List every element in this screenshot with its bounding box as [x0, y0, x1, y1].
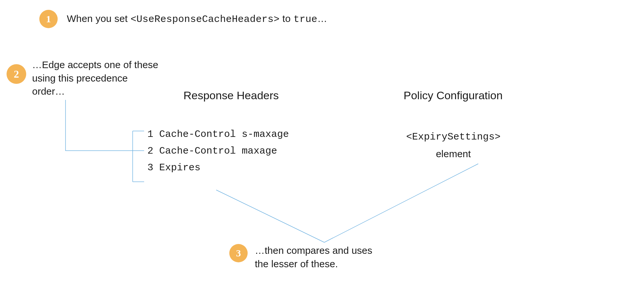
- step-2: 2 …Edge accepts one of these using this …: [7, 58, 163, 98]
- step-3-text: …then compares and uses the lesser of th…: [255, 244, 386, 271]
- header-item-3-num: 3: [147, 162, 153, 173]
- header-item-1-num: 1: [147, 129, 153, 140]
- step-2-number: 2: [14, 68, 19, 80]
- step-2-badge: 2: [7, 64, 26, 84]
- header-item-3-label: Expires: [159, 162, 200, 173]
- response-headers-title: Response Headers: [183, 89, 279, 102]
- connector-lines: [0, 0, 644, 281]
- policy-expiry-block: <ExpirySettings> element: [406, 129, 501, 162]
- step-3-number: 3: [236, 248, 241, 259]
- header-item-1-label: Cache-Control s-maxage: [159, 129, 289, 140]
- svg-line-4: [216, 190, 324, 242]
- step-3: 3 …then compares and uses the lesser of …: [229, 244, 386, 271]
- step-1-badge: 1: [39, 10, 58, 28]
- header-item-1: 1 Cache-Control s-maxage: [147, 126, 289, 143]
- step-1-number: 1: [46, 13, 51, 25]
- header-item-2-label: Cache-Control maxage: [159, 145, 277, 157]
- step-1-mid: to: [279, 13, 294, 24]
- svg-line-5: [324, 164, 478, 242]
- header-item-3: 3 Expires: [147, 159, 289, 176]
- step-1: 1 When you set <UseResponseCacheHeaders>…: [39, 10, 327, 28]
- step-1-value: true: [294, 14, 317, 25]
- header-item-2-num: 2: [147, 145, 153, 157]
- step-3-badge: 3: [229, 244, 248, 262]
- expiry-element-label: element: [406, 145, 501, 162]
- expiry-settings-tag: <ExpirySettings>: [406, 129, 501, 145]
- response-headers-list: 1 Cache-Control s-maxage 2 Cache-Control…: [147, 126, 289, 176]
- step-1-text: When you set <UseResponseCacheHeaders> t…: [67, 13, 327, 25]
- policy-configuration-title: Policy Configuration: [404, 89, 502, 102]
- header-item-2: 2 Cache-Control maxage: [147, 143, 289, 159]
- step-1-suffix: …: [317, 13, 327, 24]
- step-2-text: …Edge accepts one of these using this pr…: [32, 58, 163, 98]
- step-1-prefix: When you set: [67, 13, 130, 24]
- step-1-tag: <UseResponseCacheHeaders>: [130, 14, 279, 25]
